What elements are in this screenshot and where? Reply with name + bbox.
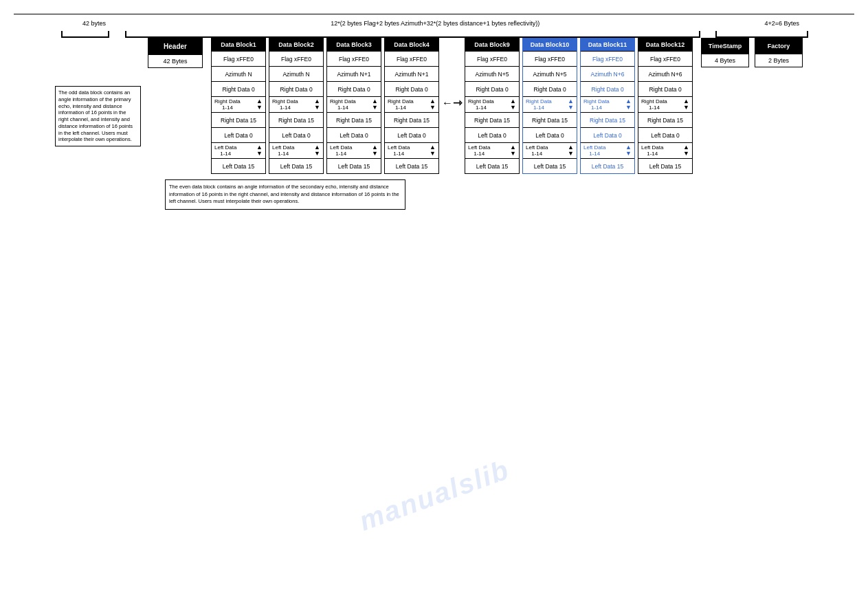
block1-left0: Left Data 0 [212, 127, 265, 142]
block2-title: Data Block2 [269, 39, 323, 51]
block2-right15: Right Data 15 [269, 112, 323, 127]
header-subtitle: 42 Bytes [148, 54, 202, 67]
timestamp-subtitle: 4 Bytes [702, 54, 748, 67]
block3-azimuth: Azimuth N+1 [327, 66, 381, 81]
block10-left-range: Left Data 1-14 ▲ ▼ [523, 142, 577, 158]
data-block-10: Data Block10 Flag xFFE0 Azimuth N+5 Righ… [522, 38, 577, 174]
block9-title: Data Block9 [465, 39, 519, 51]
block1-azimuth: Azimuth N [212, 66, 265, 81]
top-divider [14, 14, 854, 14]
block12-left15: Left Data 15 [638, 158, 692, 173]
block1-right15: Right Data 15 [212, 112, 265, 127]
block11-left-range: Left Data 1-14 ▲ ▼ [581, 142, 634, 158]
block9-left0: Left Data 0 [465, 127, 519, 142]
block2-left0: Left Data 0 [269, 127, 323, 142]
block1-flag: Flag xFFE0 [212, 51, 265, 66]
block9-right-range: Right Data 1-14 ▲ ▼ [465, 96, 519, 112]
block10-left15: Left Data 15 [523, 158, 577, 173]
block10-right-range: Right Data 1-14 ▲ ▼ [523, 96, 577, 112]
factory-title: Factory [755, 39, 802, 54]
header-title: Header [148, 39, 202, 54]
block3-title: Data Block3 [327, 39, 381, 51]
block1-left-range: Left Data 1-14 ▲ ▼ [212, 142, 265, 158]
block9-arrows: ▲ ▼ [510, 98, 516, 111]
block3-right15: Right Data 15 [327, 112, 381, 127]
timestamp-block: TimeStamp 4 Bytes [701, 38, 749, 67]
block11-left0: Left Data 0 [581, 127, 634, 142]
data-block-3: Data Block3 Flag xFFE0 Azimuth N+1 Right… [326, 38, 381, 174]
data-block-4: Data Block4 Flag xFFE0 Azimuth N+1 Right… [384, 38, 439, 174]
block12-right0: Right Data 0 [638, 81, 692, 96]
block12-left0: Left Data 0 [638, 127, 692, 142]
block12-title: Data Block12 [638, 39, 692, 51]
block3-left15: Left Data 15 [327, 158, 381, 173]
block10-title: Data Block10 [523, 39, 577, 51]
block3-arrows: ▲ ▼ [372, 98, 378, 111]
block9-azimuth: Azimuth N+5 [465, 66, 519, 81]
block11-right0: Right Data 0 [581, 81, 634, 96]
block12-left-range: Left Data 1-14 ▲ ▼ [638, 142, 692, 158]
data-block-11: Data Block11 Flag xFFE0 Azimuth N+6 Righ… [580, 38, 635, 174]
block9-right0: Right Data 0 [465, 81, 519, 96]
block11-left15: Left Data 15 [581, 158, 634, 173]
block9-flag: Flag xFFE0 [465, 51, 519, 66]
block11-arrows: ▲ ▼ [625, 98, 632, 111]
block2-right-range: Right Data 1-14 ▲ ▼ [269, 96, 323, 112]
block4-left15: Left Data 15 [385, 158, 438, 173]
block3-left0: Left Data 0 [327, 127, 381, 142]
page: 42 bytes 12*(2 bytes Flag+2 bytes Azimut… [0, 0, 868, 614]
block12-arrows: ▲ ▼ [683, 98, 689, 111]
block12-left-arrows: ▲ ▼ [683, 144, 689, 157]
data-block-2: Data Block2 Flag xFFE0 Azimuth N Right D… [269, 38, 324, 174]
block11-left-arrows: ▲ ▼ [625, 144, 632, 157]
block4-right15: Right Data 15 [385, 112, 438, 127]
block10-left-arrows: ▲ ▼ [568, 144, 574, 157]
double-arrow-icon: ←⇾ [442, 96, 462, 109]
block1-left15: Left Data 15 [212, 158, 265, 173]
block11-right-range: Right Data 1-14 ▲ ▼ [581, 96, 634, 112]
bottom-annotation: The even data block contains an angle in… [165, 179, 405, 210]
left-annotation: The odd data block contains an angle inf… [55, 86, 141, 146]
label-4plus2: 4+2=6 Bytes [764, 20, 799, 27]
block2-flag: Flag xFFE0 [269, 51, 323, 66]
timestamp-title: TimeStamp [702, 39, 748, 54]
block2-right0: Right Data 0 [269, 81, 323, 96]
block4-right-range: Right Data 1-14 ▲ ▼ [385, 96, 438, 112]
block10-arrows: ▲ ▼ [568, 98, 574, 111]
block4-flag: Flag xFFE0 [385, 51, 438, 66]
block11-title: Data Block11 [581, 39, 634, 51]
label-42bytes: 42 bytes [82, 20, 106, 27]
data-block-12: Data Block12 Flag xFFE0 Azimuth N+6 Righ… [638, 38, 693, 174]
factory-subtitle: 2 Bytes [755, 54, 802, 67]
block4-left0: Left Data 0 [385, 127, 438, 142]
block4-left-range: Left Data 1-14 ▲ ▼ [385, 142, 438, 158]
block10-azimuth: Azimuth N+5 [523, 66, 577, 81]
block9-left-range: Left Data 1-14 ▲ ▼ [465, 142, 519, 158]
block2-left-arrows: ▲ ▼ [314, 144, 320, 157]
block12-azimuth: Azimuth N+6 [638, 66, 692, 81]
block12-right15: Right Data 15 [638, 112, 692, 127]
block3-flag: Flag xFFE0 [327, 51, 381, 66]
watermark: manualslib [355, 454, 513, 537]
header-block: Header 42 Bytes [148, 38, 203, 68]
block1-right0: Right Data 0 [212, 81, 265, 96]
block2-arrows: ▲ ▼ [314, 98, 320, 111]
block2-left15: Left Data 15 [269, 158, 323, 173]
block3-right0: Right Data 0 [327, 81, 381, 96]
block11-flag: Flag xFFE0 [581, 51, 634, 66]
block11-azimuth: Azimuth N+6 [581, 66, 634, 81]
data-block-1: Data Block1 Flag xFFE0 Azimuth N Right D… [211, 38, 266, 174]
block9-left15: Left Data 15 [465, 158, 519, 173]
block4-left-arrows: ▲ ▼ [430, 144, 436, 157]
block1-left-arrows: ▲ ▼ [256, 144, 263, 157]
factory-block: Factory 2 Bytes [755, 38, 803, 67]
block4-arrows: ▲ ▼ [430, 98, 436, 111]
label-formula: 12*(2 bytes Flag+2 bytes Azimuth+32*(2 b… [331, 20, 539, 27]
block1-arrows: ▲ ▼ [256, 98, 263, 111]
block9-left-arrows: ▲ ▼ [510, 144, 516, 157]
block4-title: Data Block4 [385, 39, 438, 51]
block9-right15: Right Data 15 [465, 112, 519, 127]
block12-right-range: Right Data 1-14 ▲ ▼ [638, 96, 692, 112]
block11-right15: Right Data 15 [581, 112, 634, 127]
block1-title: Data Block1 [212, 39, 265, 51]
